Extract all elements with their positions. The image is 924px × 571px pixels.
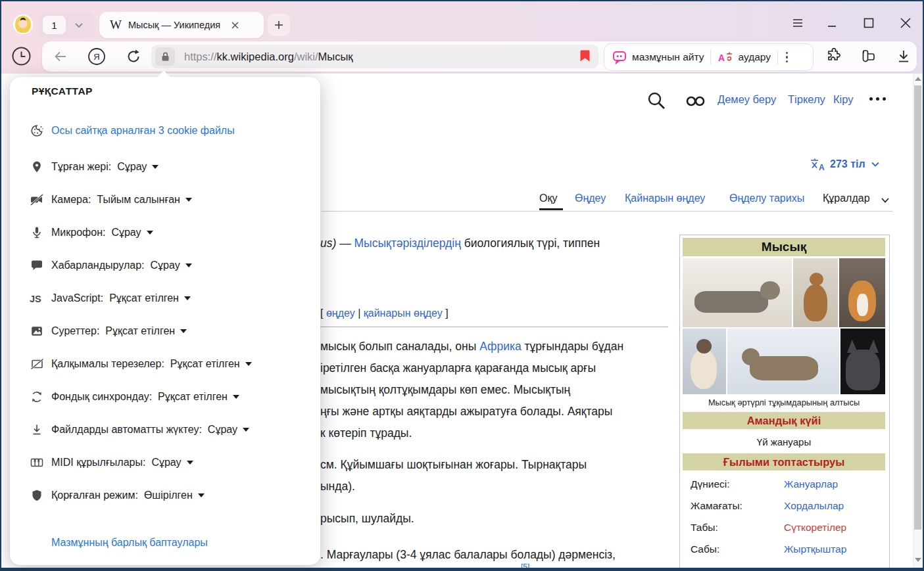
history-clock-icon[interactable] — [11, 46, 32, 66]
section-edit-source-link[interactable]: қайнарын өңдеу — [364, 308, 443, 319]
cat-photo-collage — [683, 258, 885, 394]
read-aloud-button[interactable]: мазмұнын айту — [632, 51, 704, 63]
infobox-title: Мысық — [683, 238, 885, 256]
felidae-link[interactable]: Мысықтәрізділердің — [354, 237, 461, 250]
scrollbar-up-icon[interactable] — [915, 77, 921, 81]
permission-label: Фондық синхрондау: — [51, 391, 152, 403]
minimize-button[interactable] — [825, 16, 839, 30]
translate-button[interactable]: аудару — [738, 51, 771, 63]
wiki-more-menu-icon[interactable] — [869, 97, 886, 101]
permission-value-dropdown[interactable]: Өшірілген — [144, 490, 193, 501]
wiki-search-icon[interactable] — [646, 91, 666, 110]
permission-value-dropdown[interactable]: Сұрау — [111, 227, 141, 239]
all-content-settings-link[interactable]: Мазмұнның барлық баптаулары — [51, 537, 208, 549]
tab-close-icon[interactable] — [231, 21, 239, 30]
wiki-register-link[interactable]: Тіркелу — [788, 93, 825, 106]
permission-value-dropdown[interactable]: Сұрау — [150, 260, 180, 271]
cat-photo-siamese[interactable] — [683, 329, 726, 394]
article-line: к көтеріп тұрады. — [320, 426, 412, 440]
wiki-appearance-icon[interactable] — [686, 95, 706, 107]
permission-value-dropdown[interactable]: Тыйым салынған — [97, 194, 180, 206]
pill-divider — [710, 50, 711, 64]
language-icon: A — [810, 157, 825, 171]
yandex-search-icon[interactable]: Я — [87, 47, 106, 66]
permission-label: Тұрған жері: — [51, 161, 111, 173]
bookmark-icon[interactable] — [579, 49, 591, 63]
address-bar[interactable]: https://kk.wikipedia.org/wiki/Мысық — [151, 45, 598, 68]
dropdown-caret-icon[interactable] — [184, 296, 191, 300]
dropdown-caret-icon[interactable] — [185, 263, 192, 267]
cookies-link[interactable]: Осы сайтқа арналған 3 cookie файлы — [51, 125, 235, 137]
taxonomy-value-link[interactable]: Жануарлар — [784, 478, 838, 490]
popup-arrow — [157, 70, 170, 78]
cat-photo-grey[interactable] — [840, 329, 885, 394]
tab-edit-source[interactable]: Қайнарын өңдеу — [625, 193, 705, 204]
microphone-icon — [29, 225, 45, 240]
tab-counter[interactable]: 1 — [43, 16, 66, 34]
collections-icon[interactable] — [858, 47, 877, 66]
permission-value-dropdown[interactable]: Сұрау — [117, 161, 147, 173]
lock-icon[interactable] — [155, 47, 175, 66]
cat-photo-snow-tabby[interactable] — [727, 329, 839, 394]
cat-photo-ginger[interactable] — [839, 258, 885, 327]
article-line: мысық болып саналады, оны Африка тұрғынд… — [320, 340, 623, 354]
section-edit-link[interactable]: өңдеу — [326, 308, 355, 319]
back-icon[interactable] — [53, 49, 68, 64]
svg-text:A: A — [819, 163, 825, 171]
africa-link[interactable]: Африка — [479, 340, 522, 353]
dropdown-caret-icon[interactable] — [245, 362, 252, 366]
language-selector[interactable]: A 273 тіл — [810, 157, 881, 171]
taxonomy-row: Табы: Сүткоретілер — [691, 522, 881, 541]
new-tab-button[interactable] — [268, 14, 290, 36]
tab-read[interactable]: Оқу — [539, 193, 557, 204]
dropdown-caret-icon[interactable] — [180, 329, 187, 333]
browser-menu-icon[interactable] — [790, 16, 805, 30]
dropdown-caret-icon[interactable] — [243, 428, 249, 432]
article-line: іретілген басқа жануарларға қарағанда мы… — [320, 361, 596, 375]
dropdown-caret-icon[interactable] — [187, 461, 193, 465]
wiki-login-link[interactable]: Кіру — [833, 93, 854, 106]
scrollbar-down-icon[interactable] — [915, 558, 921, 562]
downloads-icon[interactable] — [894, 47, 913, 66]
refresh-icon[interactable] — [125, 48, 142, 65]
permission-value-dropdown[interactable]: Рұқсат етілген — [158, 391, 228, 403]
profile-avatar[interactable] — [13, 14, 33, 34]
infobox-title-bar: Мысық — [683, 238, 885, 256]
images-icon — [29, 323, 45, 339]
pill-more-icon[interactable] — [786, 52, 788, 62]
taxonomy-label: Дүниесі: — [691, 478, 730, 490]
taxonomy-value-redlink[interactable]: Сүткоретілер — [784, 522, 846, 534]
dropdown-caret-icon[interactable] — [152, 165, 158, 169]
language-count[interactable]: 273 тіл — [830, 158, 865, 170]
cat-photo-tabby-lying[interactable] — [683, 258, 792, 327]
extensions-puzzle-icon[interactable] — [824, 47, 842, 66]
wiki-donate-link[interactable]: Демеу беру — [717, 93, 776, 106]
reference-link[interactable]: [5] — [521, 562, 529, 568]
tab-history[interactable]: Өңделу тарихы — [729, 193, 804, 204]
scrollbar-thumb[interactable] — [914, 85, 921, 530]
window-border-top — [0, 0, 924, 1]
cat-photo-abyssinian[interactable] — [793, 258, 838, 327]
permission-row: Қалқымалы терезелер: Рұқсат етілген — [29, 353, 305, 375]
read-aloud-icon — [612, 50, 627, 64]
active-tab[interactable]: W Мысық — Уикипедия — [99, 12, 264, 38]
close-window-button[interactable] — [898, 16, 913, 30]
permission-row: Суреттер: Рұқсат етілген — [29, 320, 305, 342]
permission-value-dropdown[interactable]: Сұрау — [151, 457, 181, 468]
permission-value-dropdown[interactable]: Рұқсат етілген — [170, 358, 240, 370]
tab-edit[interactable]: Өңдеу — [575, 193, 606, 204]
dropdown-caret-icon[interactable] — [233, 395, 239, 399]
dropdown-caret-icon[interactable] — [198, 493, 205, 497]
taxonomy-row: Жамағаты: Хордалылар — [691, 500, 881, 520]
taxonomy-value-link[interactable]: Жыртқыштар — [784, 543, 846, 555]
taxonomy-value-link[interactable]: Хордалылар — [784, 500, 844, 512]
tab-tools[interactable]: Құралдар — [823, 193, 870, 204]
permission-value-dropdown[interactable]: Рұқсат етілген — [109, 292, 179, 304]
tab-group-chevron-icon[interactable] — [74, 20, 84, 30]
dropdown-caret-icon[interactable] — [185, 198, 192, 202]
tools-chevron-icon[interactable] — [880, 196, 890, 205]
dropdown-caret-icon[interactable] — [147, 231, 153, 235]
permission-value-dropdown[interactable]: Рұқсат етілген — [105, 325, 175, 337]
permission-value-dropdown[interactable]: Сұрау — [208, 424, 237, 436]
maximize-button[interactable] — [862, 16, 876, 30]
